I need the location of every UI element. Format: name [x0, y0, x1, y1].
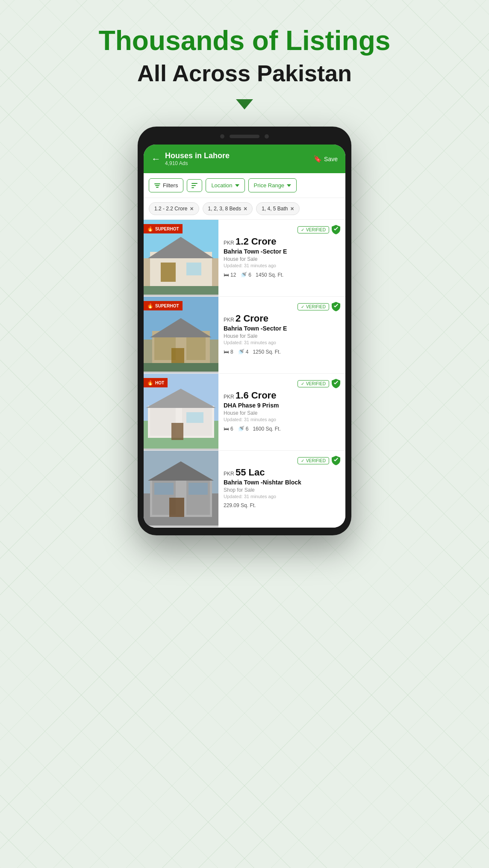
app-header-left: ← Houses in Lahore 4,910 Ads [151, 151, 230, 166]
listing-image: 🔥 SUPERHOT [144, 220, 218, 296]
verified-check-icon: ✓ [301, 458, 304, 463]
shield-icon [332, 225, 340, 234]
price-prefix: PKR [224, 317, 234, 323]
listing-image: 🔥 HOT [144, 374, 218, 450]
price-value: 1.2 Crore [236, 236, 276, 247]
listing-location: Bahria Town -Sector E [224, 325, 340, 332]
verified-label: VERIFIED [306, 381, 326, 386]
listing-price: PKR 55 Lac [224, 467, 340, 478]
verified-badge: ✓ VERIFIED [298, 457, 329, 464]
filters-button[interactable]: Filters [149, 178, 183, 192]
svg-rect-30 [189, 483, 208, 495]
listing-updated: Updated: 31 minutes ago [224, 263, 340, 268]
price-prefix: PKR [224, 394, 234, 400]
baths-spec: 🚿 4 [238, 348, 249, 355]
filter-tag-price-close[interactable]: × [190, 205, 193, 212]
listing-item[interactable]: 🔥 SUPERHOT ✓ VERIFIED [144, 297, 345, 374]
price-value: 1.6 Crore [236, 390, 276, 401]
price-range-dropdown-arrow [287, 184, 291, 187]
listing-type: House for Sale [224, 410, 340, 416]
app-header-title: Houses in Lahore [165, 151, 230, 160]
baths-spec: 🚿 6 [238, 425, 249, 432]
area-value: 1450 Sq. Ft. [256, 272, 283, 278]
sort-icon [191, 183, 197, 188]
svg-rect-4 [186, 263, 201, 275]
listing-location: DHA Phase 9 Prism [224, 402, 340, 409]
filter-tag-price[interactable]: 1.2 - 2.2 Crore × [149, 202, 199, 215]
hot-badge: 🔥 HOT [144, 378, 168, 387]
listing-image: 🔥 SUPERHOT [144, 297, 218, 373]
listing-item[interactable]: 🔥 HOT ✓ VERIFIED [144, 374, 345, 451]
scroll-indicator-icon [236, 99, 253, 109]
svg-rect-6 [144, 286, 218, 295]
svg-rect-11 [186, 334, 206, 360]
svg-rect-21 [171, 423, 183, 440]
superhot-label: SUPERHOT [155, 304, 179, 308]
fire-icon: 🔥 [147, 380, 153, 386]
svg-rect-13 [171, 348, 184, 365]
filters-label: Filters [163, 182, 178, 189]
beds-spec: 🛏 6 [224, 425, 233, 432]
superhot-badge: 🔥 SUPERHOT [144, 301, 183, 310]
verified-badge: ✓ VERIFIED [298, 226, 329, 233]
listing-details: ✓ VERIFIED PKR 55 Lac Bahria Town -Nisht… [218, 451, 345, 527]
listing-item[interactable]: 🔥 SUPERHOT ✓ VERIFIED [144, 220, 345, 297]
bed-icon: 🛏 [224, 272, 229, 278]
phone-dot-right [265, 134, 269, 139]
filter-tag-beds[interactable]: 1, 2, 3, 8 Beds × [203, 202, 253, 215]
hot-label: HOT [155, 381, 164, 385]
area-value: 1600 Sq. Ft. [253, 426, 280, 432]
listing-item[interactable]: ✓ VERIFIED PKR 55 Lac Bahria Town -Nisht… [144, 451, 345, 528]
baths-value: 6 [246, 426, 249, 432]
phone-top-bar [144, 134, 345, 139]
hero-subtitle: All Across Pakistan [137, 60, 352, 86]
filter-tag-beds-close[interactable]: × [244, 205, 247, 212]
price-range-dropdown[interactable]: Price Range [248, 178, 297, 192]
filter-tag-baths[interactable]: 1, 4, 5 Bath × [256, 202, 300, 215]
baths-spec: 🚿 6 [240, 272, 251, 278]
superhot-label: SUPERHOT [155, 227, 179, 231]
listing-specs: 229.09 Sq. Ft. [224, 502, 340, 508]
filter-bar: Filters Location Price Range [144, 173, 345, 198]
listing-location: Bahria Town -Nishtar Block [224, 479, 340, 486]
svg-rect-22 [186, 412, 203, 423]
bed-icon: 🛏 [224, 425, 229, 432]
phone-speaker [230, 135, 259, 138]
filter-tag-baths-close[interactable]: × [291, 205, 294, 212]
svg-rect-14 [144, 363, 218, 372]
listing-specs: 🛏 8 🚿 4 1250 Sq. Ft. [224, 348, 340, 355]
price-prefix: PKR [224, 471, 234, 477]
verified-badge: ✓ VERIFIED [298, 303, 329, 310]
verified-check-icon: ✓ [301, 227, 304, 232]
verified-row: ✓ VERIFIED [224, 456, 340, 465]
listing-type: House for Sale [224, 256, 340, 262]
bed-icon: 🛏 [224, 348, 229, 355]
verified-check-icon: ✓ [301, 381, 304, 386]
active-filters-row: 1.2 - 2.2 Crore × 1, 2, 3, 8 Beds × 1, 4… [144, 198, 345, 220]
listing-price: PKR 2 Crore [224, 313, 340, 324]
back-button[interactable]: ← [151, 154, 161, 165]
hero-title: Thousands of Listings [99, 26, 391, 56]
svg-rect-29 [154, 483, 174, 495]
location-dropdown[interactable]: Location [206, 178, 244, 192]
price-range-label: Price Range [254, 182, 285, 189]
location-dropdown-arrow [235, 184, 239, 187]
bookmark-icon: 🔖 [313, 155, 322, 163]
verified-label: VERIFIED [306, 227, 326, 232]
area-spec: 1450 Sq. Ft. [256, 272, 283, 278]
save-button[interactable]: 🔖 Save [313, 155, 338, 163]
area-value: 1250 Sq. Ft. [253, 349, 280, 355]
save-label: Save [324, 156, 338, 162]
listing-type: Shop for Sale [224, 487, 340, 493]
verified-row: ✓ VERIFIED [224, 379, 340, 388]
verified-label: VERIFIED [306, 304, 326, 309]
verified-row: ✓ VERIFIED [224, 225, 340, 234]
verified-row: ✓ VERIFIED [224, 302, 340, 311]
price-value: 2 Crore [236, 313, 268, 324]
verified-badge: ✓ VERIFIED [298, 380, 329, 387]
sort-button[interactable] [187, 179, 202, 192]
beds-spec: 🛏 8 [224, 348, 233, 355]
listing-updated: Updated: 31 minutes ago [224, 417, 340, 422]
fire-icon: 🔥 [147, 303, 153, 309]
filter-tag-baths-label: 1, 4, 5 Bath [262, 206, 288, 212]
